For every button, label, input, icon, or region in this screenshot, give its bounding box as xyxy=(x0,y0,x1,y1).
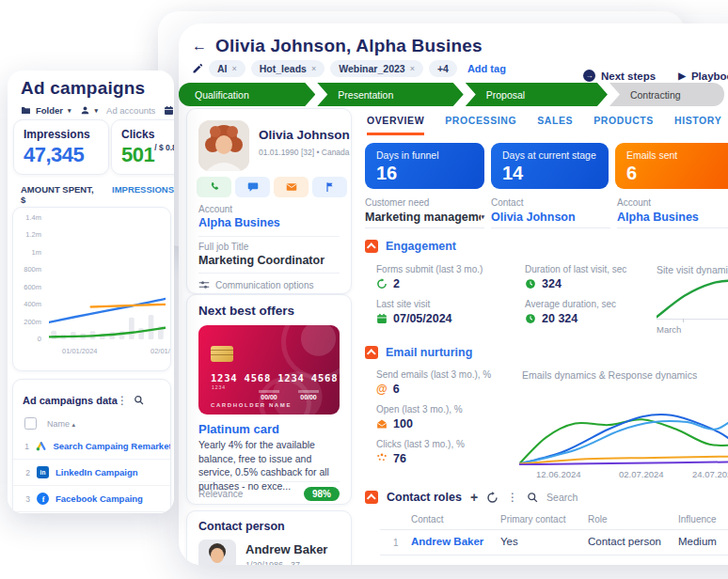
clock-icon xyxy=(525,278,536,290)
column-name[interactable]: Name ▴ xyxy=(47,419,75,429)
remove-tag-icon[interactable]: × xyxy=(311,64,316,73)
add-role-button[interactable]: + xyxy=(470,490,478,505)
customer-need-select[interactable]: Marketing management ▾ xyxy=(365,211,484,228)
impressions-label: Impressions xyxy=(24,128,90,141)
card-expires: 00/00 xyxy=(298,390,319,400)
sync-icon xyxy=(376,278,388,290)
divider xyxy=(198,273,340,274)
chevron-down-icon[interactable]: ▾ xyxy=(68,107,71,115)
tab-products[interactable]: PRODUCTS xyxy=(593,115,654,135)
contact-link[interactable]: Olivia Johnson xyxy=(491,211,576,224)
chat-button[interactable] xyxy=(235,177,270,197)
clicks-card: Clicks 501/ $ 0.8 xyxy=(111,119,174,175)
tag-pill[interactable]: AI× xyxy=(209,60,245,77)
record-tabs: OVERVIEW PROCESSING SALES PRODUCTS HISTO… xyxy=(367,115,728,135)
stat-click-rate: Clicks (last 3 mo.), % 76 xyxy=(376,439,527,465)
next-steps-button[interactable]: → Next steps xyxy=(583,70,656,82)
chart-axis xyxy=(657,319,728,320)
communication-options-button[interactable]: Communication options xyxy=(198,279,314,290)
field-contact: Contact Olivia Johnson xyxy=(491,197,610,228)
search-icon[interactable] xyxy=(527,492,538,503)
card-number: 1234 4568 1234 4568 xyxy=(211,372,338,383)
email-button[interactable] xyxy=(274,177,309,197)
contact-person-name[interactable]: Andrew Baker xyxy=(245,542,327,556)
pipeline-stage-contracting[interactable]: Contracting xyxy=(609,83,724,106)
person-icon[interactable] xyxy=(80,105,90,116)
add-tag-button[interactable]: Add tag xyxy=(467,63,506,74)
stat-open-rate: Open (last 3 mo.), % 100 xyxy=(376,404,527,430)
pipeline-stage-qualification[interactable]: Qualification xyxy=(179,83,315,106)
role-contact-link[interactable]: Andrew Baker xyxy=(411,536,483,547)
calendar-icon xyxy=(164,105,174,116)
collapse-section-icon[interactable] xyxy=(365,491,378,504)
back-icon[interactable]: ← xyxy=(192,38,207,55)
relevance-badge: 98% xyxy=(304,487,340,501)
stat-last-site-visit: Last site visit 07/05/2024 xyxy=(376,299,517,325)
ad-campaigns-panel: Ad campaigns Folder ▾ ▾ Ad accounts 04/0… xyxy=(8,70,174,513)
more-tags-pill[interactable]: +4 xyxy=(429,60,457,77)
folder-filter[interactable]: Folder xyxy=(36,105,63,116)
edit-tags-icon[interactable] xyxy=(192,63,203,74)
campaign-row[interactable]: 2 in LinkedIn Campaign xyxy=(13,460,170,486)
account-link[interactable]: Alpha Busines xyxy=(198,216,280,229)
pipeline-stage-presentation[interactable]: Presentation xyxy=(317,83,463,106)
ad-campaigns-title: Ad campaigns xyxy=(21,78,145,99)
clock-icon xyxy=(525,313,536,324)
account-link[interactable]: Alpha Busines xyxy=(617,211,699,224)
offer-product-link[interactable]: Platinum card xyxy=(198,422,279,436)
col-contact: Contact xyxy=(411,514,443,524)
pipeline-stage-proposal[interactable]: Proposal xyxy=(466,83,608,106)
tab-processing[interactable]: PROCESSING xyxy=(445,115,516,135)
select-all-checkbox[interactable] xyxy=(24,417,37,430)
email-chart-xlabel: 24.07.2024 xyxy=(692,469,728,479)
kebab-menu-icon[interactable]: ⋮ xyxy=(507,492,518,503)
call-button[interactable] xyxy=(197,177,231,197)
kebab-menu-icon[interactable]: ⋮ xyxy=(117,395,128,406)
kpi-days-in-funnel: Days in funnel16 xyxy=(365,143,484,189)
ad-campaigns-table-card: Ad campaigns data ⋮ Name ▴ 1 xyxy=(12,379,171,513)
tab-history[interactable]: HISTORY xyxy=(674,115,721,135)
field-customer-need: Customer need Marketing management ▾ xyxy=(365,197,484,228)
calendar-icon xyxy=(376,313,388,324)
stat-forms-submit: Forms submit (last 3 mo.) 2 xyxy=(376,264,517,290)
table-title: Ad campaigns data xyxy=(23,395,118,406)
collapse-section-icon[interactable] xyxy=(365,240,378,253)
clicks-label: Clicks xyxy=(121,128,154,141)
campaign-row[interactable]: 1 Search Campaing Remarketing xyxy=(13,433,170,460)
flag-button[interactable] xyxy=(312,177,347,197)
site-visit-chart xyxy=(657,279,728,319)
clicks-icon xyxy=(376,453,388,464)
ad-campaigns-chart xyxy=(49,217,166,339)
x-axis-label: 02/01/2024 xyxy=(150,347,171,355)
chevron-down-icon: ▾ xyxy=(481,213,484,221)
contact-name: Olivia Johnson xyxy=(259,128,350,142)
contact-person-title: Contact person xyxy=(198,520,285,533)
screen: ← Olivia Johnson, Alpha Busines → Next s… xyxy=(0,0,728,579)
chevron-down-icon[interactable]: ▾ xyxy=(95,107,99,115)
chart-tick xyxy=(683,319,684,322)
search-icon[interactable] xyxy=(134,395,144,405)
remove-tag-icon[interactable]: × xyxy=(410,64,415,73)
card-number-small: 1234 xyxy=(212,384,226,390)
roles-search-placeholder[interactable]: Search xyxy=(546,492,578,503)
campaign-row[interactable]: 4 Search Campaing xyxy=(13,512,170,513)
tab-sales[interactable]: SALES xyxy=(537,115,573,135)
collapse-section-icon[interactable] xyxy=(365,346,378,359)
linkedin-icon: in xyxy=(37,466,49,478)
folder-icon xyxy=(21,105,31,116)
email-chart-title: Emails dynamics & Response dynamics xyxy=(522,369,697,381)
playbook-button[interactable]: ▶ Playbook xyxy=(678,70,728,82)
cardholder-name: CARDHOLDER NAME xyxy=(211,402,292,408)
tag-pill[interactable]: Hot_leads× xyxy=(251,60,324,77)
ad-accounts-filter[interactable]: Ad accounts xyxy=(106,105,155,116)
remove-tag-icon[interactable]: × xyxy=(232,64,237,73)
contact-avatar xyxy=(198,120,249,171)
offers-title: Next best offers xyxy=(198,304,294,318)
refresh-icon[interactable] xyxy=(486,492,499,504)
facebook-icon: f xyxy=(37,493,49,505)
card-valid-from: 00/00 xyxy=(259,390,279,400)
tag-pill[interactable]: Webinar_2023× xyxy=(330,60,423,77)
relevance-label: Relevance xyxy=(198,489,243,499)
tab-overview[interactable]: OVERVIEW xyxy=(367,115,424,135)
campaign-row[interactable]: 3 f Facebook Campaing xyxy=(13,486,170,512)
